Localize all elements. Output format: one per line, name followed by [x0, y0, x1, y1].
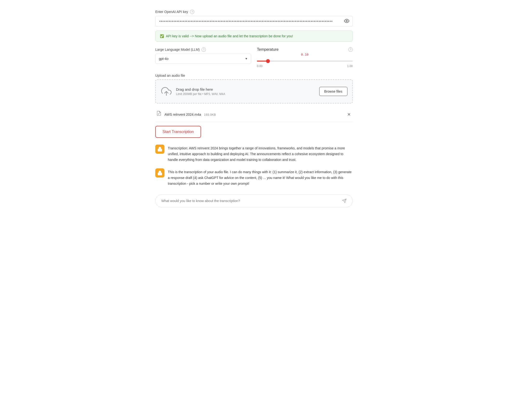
send-icon: [342, 198, 347, 203]
bot-avatar-1: [155, 145, 164, 154]
slider-labels: 0.00 1.00: [257, 65, 353, 68]
chat-messages: Transcription: AWS reInvent 2024 brings …: [155, 145, 353, 187]
temp-value-display: 0.10: [257, 53, 353, 56]
temp-label-text: Temperature: [257, 47, 279, 52]
success-text: API key is valid --> Now upload an audio…: [166, 34, 293, 38]
file-doc-icon: [156, 111, 162, 118]
upload-label-text: Upload an audio file: [155, 74, 185, 78]
api-key-section-label: Enter OpenAI API key ?: [155, 10, 353, 14]
message-text-1: Transcription: AWS reInvent 2024 brings …: [168, 145, 353, 163]
upload-drag-text: Drag and drop file here: [176, 87, 315, 91]
chat-message-1: Transcription: AWS reInvent 2024 brings …: [155, 145, 353, 163]
upload-cloud-icon-wrap: [161, 86, 172, 97]
file-remove-button[interactable]: ✕: [346, 111, 352, 118]
temp-label-row: Temperature ?: [257, 47, 353, 52]
chat-input[interactable]: [161, 199, 339, 203]
temperature-slider[interactable]: [257, 61, 353, 62]
upload-limit-text: Limit 200MB per file • MP3, WAV, M4A: [176, 92, 315, 96]
svg-point-0: [346, 20, 347, 22]
model-label-row: Large Language Model (LLM) ?: [155, 47, 251, 52]
uploaded-file-item: AWS reInvent 2024.m4a 193.0KB ✕: [155, 107, 353, 122]
model-help-icon[interactable]: ?: [202, 47, 206, 52]
upload-text-wrap: Drag and drop file here Limit 200MB per …: [176, 87, 315, 96]
api-key-label-text: Enter OpenAI API key: [155, 10, 188, 14]
svg-rect-4: [158, 149, 162, 151]
upload-section-label: Upload an audio file: [155, 74, 353, 78]
model-select[interactable]: gpt-4o gpt-4 gpt-3.5-turbo: [155, 54, 251, 64]
success-banner: ✅ API key is valid --> Now upload an aud…: [155, 30, 353, 42]
chat-send-button[interactable]: [342, 198, 347, 203]
temperature-section: Temperature ? 0.10 0.00 1.00: [257, 47, 353, 68]
browse-files-button[interactable]: Browse files: [319, 87, 347, 96]
upload-section: Upload an audio file Drag and drop file …: [155, 74, 353, 103]
svg-rect-5: [158, 173, 162, 175]
bot-avatar-2: [155, 168, 164, 178]
api-key-wrapper: [155, 16, 353, 27]
success-icon: ✅: [160, 34, 164, 38]
bot-avatar-icon-1: [157, 146, 163, 152]
chat-message-2: This is the transcription of your audio …: [155, 168, 353, 186]
main-container: Enter OpenAI API key ? ✅ API key is vali…: [155, 10, 353, 207]
upload-zone[interactable]: Drag and drop file here Limit 200MB per …: [155, 79, 353, 103]
file-size-text: 193.0KB: [204, 113, 216, 116]
api-key-help-icon[interactable]: ?: [190, 10, 194, 14]
slider-max-label: 1.00: [347, 65, 353, 68]
start-transcription-button[interactable]: Start Transcription: [155, 126, 201, 138]
upload-cloud-icon: [161, 86, 172, 97]
model-section: Large Language Model (LLM) ? gpt-4o gpt-…: [155, 47, 251, 68]
model-temp-row: Large Language Model (LLM) ? gpt-4o gpt-…: [155, 47, 353, 68]
slider-min-label: 0.00: [257, 65, 262, 68]
chat-input-area: [155, 194, 353, 207]
message-text-2: This is the transcription of your audio …: [168, 168, 353, 186]
slider-wrapper: [257, 57, 353, 64]
file-name-text: AWS reInvent 2024.m4a 193.0KB: [164, 113, 343, 116]
temp-help-icon[interactable]: ?: [348, 47, 353, 52]
api-key-input[interactable]: [155, 16, 353, 27]
model-label-text: Large Language Model (LLM): [155, 48, 200, 51]
model-select-wrapper: gpt-4o gpt-4 gpt-3.5-turbo ▼: [155, 54, 251, 64]
bot-avatar-icon-2: [157, 170, 163, 176]
eye-icon[interactable]: [344, 18, 349, 25]
